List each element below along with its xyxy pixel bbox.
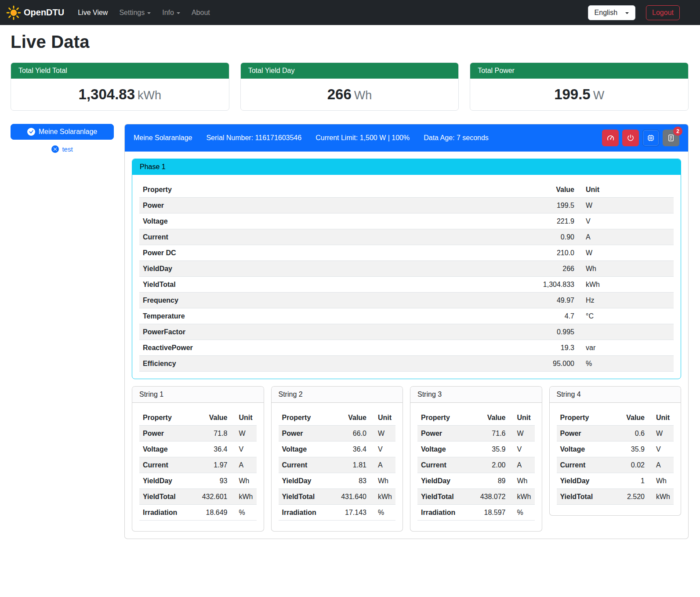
column-header-property: Property: [139, 410, 193, 426]
unit-cell: A: [370, 457, 395, 473]
property-cell: Temperature: [139, 308, 516, 324]
table-row: Power66.0W: [279, 426, 396, 441]
value-cell: 0.02: [610, 457, 648, 473]
inverter-card-header: Meine Solaranlage Serial Number: 1161716…: [125, 124, 688, 152]
unit-cell: W: [231, 426, 257, 441]
property-cell: YieldTotal: [139, 277, 516, 293]
total-yield-total-card: Total Yield Total 1,304.83kWh: [11, 62, 229, 111]
unit-cell: Wh: [231, 473, 257, 489]
value-cell: 210.0: [516, 245, 578, 261]
string-1-card: String 1 Property Value Unit: [132, 386, 264, 532]
unit-cell: V: [509, 441, 535, 457]
property-cell: Power: [139, 426, 193, 441]
total-yield-total-value: 1,304.83: [79, 86, 135, 102]
unit-cell: Wh: [578, 261, 674, 277]
table-row: PowerFactor0.995: [139, 324, 674, 340]
table-row: YieldTotal1,304.833kWh: [139, 277, 674, 293]
navbar-right: English Logout: [588, 5, 694, 20]
table-row: Current0.90A: [139, 229, 674, 245]
property-cell: Power DC: [139, 245, 516, 261]
value-cell: 49.97: [516, 293, 578, 308]
string-4-card: String 4 Property Value Unit: [549, 386, 682, 516]
nav-item-about[interactable]: About: [187, 5, 214, 20]
value-cell: 66.0: [332, 426, 370, 441]
power-toggle-button[interactable]: [622, 130, 639, 146]
event-log-button[interactable]: 2: [663, 130, 679, 146]
property-cell: ReactivePower: [139, 340, 516, 356]
unit-cell: Wh: [509, 473, 535, 489]
device-info-button[interactable]: [642, 130, 659, 146]
logout-button[interactable]: Logout: [646, 5, 680, 20]
value-cell: 18.649: [193, 505, 231, 521]
value-cell: 36.4: [193, 441, 231, 457]
inverter-item-test[interactable]: test: [11, 145, 114, 153]
value-cell: 1,304.833: [516, 277, 578, 293]
unit-cell: %: [370, 505, 395, 521]
table-header-row: Property Value Unit: [139, 410, 257, 426]
unit-cell: Hz: [578, 293, 674, 308]
inverter-action-buttons: 2: [602, 130, 679, 146]
main-column: Meine Solaranlage Serial Number: 1161716…: [124, 124, 689, 539]
table-row: Current0.02A: [557, 457, 674, 473]
inverter-serial: Serial Number: 116171603546: [206, 134, 301, 142]
table-row: Current2.00A: [417, 457, 535, 473]
value-cell: 2.520: [610, 489, 648, 505]
brand-label: OpenDTU: [24, 7, 64, 18]
unit-cell: kWh: [648, 489, 674, 505]
inverter-sidebar: Meine Solaranlage test: [11, 124, 114, 153]
value-cell: 18.597: [472, 505, 509, 521]
total-power-unit: W: [593, 89, 604, 102]
column-header-unit: Unit: [231, 410, 257, 426]
unit-cell: W: [648, 426, 674, 441]
language-select[interactable]: English: [588, 5, 635, 20]
table-header-row: Property Value Unit: [279, 410, 396, 426]
value-cell: 19.3: [516, 340, 578, 356]
string-3-table: Property Value Unit Power71.6WVoltage35.…: [417, 410, 535, 521]
string-body: Property Value Unit Power0.6WVoltage35.9…: [550, 403, 681, 515]
nav-item-label: Live View: [78, 9, 108, 17]
unit-cell: V: [231, 441, 257, 457]
card-title: Total Yield Total: [11, 63, 229, 79]
event-log-icon: [667, 134, 675, 142]
inverter-card: Meine Solaranlage Serial Number: 1161716…: [124, 124, 689, 539]
total-yield-day-card: Total Yield Day 266Wh: [240, 62, 459, 111]
column-header-property: Property: [279, 410, 333, 426]
card-title: Total Power: [470, 63, 688, 79]
property-cell: Irradiation: [417, 505, 472, 521]
string-3-card: String 3 Property Value Unit: [410, 386, 542, 532]
nav-item-label: About: [192, 9, 210, 17]
brand[interactable]: OpenDTU: [6, 5, 64, 20]
column-header-value: Value: [332, 410, 370, 426]
property-cell: Current: [557, 457, 611, 473]
limit-settings-button[interactable]: [602, 130, 619, 146]
unit-cell: A: [578, 229, 674, 245]
value-cell: 35.9: [472, 441, 509, 457]
table-row: Power0.6W: [557, 426, 674, 441]
property-cell: YieldTotal: [139, 489, 193, 505]
string-title: String 2: [272, 387, 403, 403]
property-cell: YieldTotal: [557, 489, 611, 505]
value-cell: 35.9: [610, 441, 648, 457]
nav-item-settings[interactable]: Settings: [115, 5, 155, 20]
unit-cell: kWh: [370, 489, 395, 505]
nav-links: Live View Settings Info About: [72, 5, 216, 20]
property-cell: YieldDay: [557, 473, 611, 489]
property-cell: Current: [139, 457, 193, 473]
property-cell: YieldTotal: [279, 489, 333, 505]
value-cell: 36.4: [332, 441, 370, 457]
value-cell: 89: [472, 473, 509, 489]
total-yield-total-unit: kWh: [138, 89, 161, 102]
unit-cell: %: [509, 505, 535, 521]
property-cell: Voltage: [557, 441, 611, 457]
inverter-select-button[interactable]: Meine Solaranlage: [11, 124, 114, 140]
property-cell: Irradiation: [279, 505, 333, 521]
unit-cell: A: [231, 457, 257, 473]
page-title: Live Data: [11, 32, 689, 52]
table-row: YieldDay83Wh: [279, 473, 396, 489]
table-row: Irradiation18.597%: [417, 505, 535, 521]
nav-item-live-view[interactable]: Live View: [73, 5, 112, 20]
phase-1-card: Phase 1 Property Value Unit: [132, 159, 681, 379]
nav-item-info[interactable]: Info: [158, 5, 185, 20]
table-row: YieldDay266Wh: [139, 261, 674, 277]
table-header-row: Property Value Unit: [417, 410, 535, 426]
